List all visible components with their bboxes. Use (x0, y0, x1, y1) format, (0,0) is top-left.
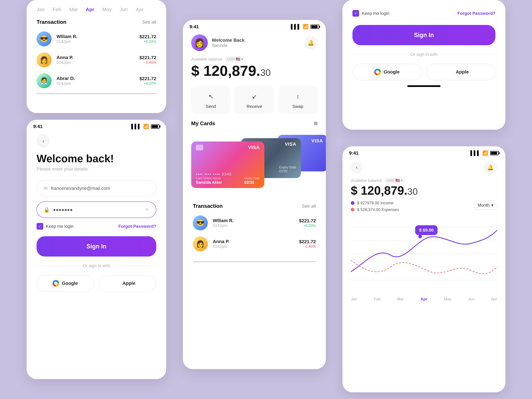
chart-header: ‹ 🔔 (342, 158, 505, 174)
remember-text: Keep me login (362, 11, 389, 16)
remember-me-label[interactable]: ✓ Keep me login (352, 10, 389, 17)
apple-button[interactable]: Apple (426, 64, 495, 80)
forgot-password-link[interactable]: Forgot Password? (457, 11, 495, 16)
status-time: 9:41 (190, 24, 199, 29)
google-icon (52, 280, 59, 287)
income-dot (351, 201, 355, 205)
month-jun[interactable]: Jun (468, 297, 475, 301)
see-all-link[interactable]: See all (142, 19, 156, 25)
month-feb[interactable]: Feb (374, 297, 380, 301)
signal-icon: ▌▌▌ (470, 151, 480, 156)
divider-line-left (352, 54, 407, 55)
tx-amount: $221.72 (299, 218, 316, 223)
greeting-text: Welcome Back (212, 38, 245, 43)
status-icons: ▌▌▌ 📶 (131, 124, 160, 129)
avatar: 🧑‍💼 (37, 73, 51, 88)
forgot-password-link[interactable]: Forgot Password? (118, 224, 156, 229)
month-navigation[interactable]: Jan Feb Mar Apr May Jun Apr (27, 0, 166, 16)
balance-label: Available balance USD 🇺🇸 ▾ (191, 56, 317, 62)
balance-amount: $ 120,879.30 (191, 62, 317, 79)
send-icon: ↖ (206, 92, 216, 101)
month-jan[interactable]: Jan (351, 297, 357, 301)
bell-icon: 🔔 (308, 40, 314, 46)
signal-icon: ▌▌▌ (131, 124, 141, 129)
table-row[interactable]: 👩 Anna P. 0142pm $221.72 - 0.40% (27, 49, 166, 70)
table-row[interactable]: 😎 Wlliam R. 0142pm $221.72 +0.20% (27, 28, 166, 49)
notification-button[interactable]: 🔔 (484, 161, 497, 174)
email-field[interactable]: ✉ francenevandyne@mail.com (37, 180, 156, 196)
sign-in-button[interactable]: Sign In (352, 25, 495, 45)
month-apr-active[interactable]: Apr (420, 297, 427, 301)
table-row[interactable]: 👩 Anna P. 0142pm $221.72 - 0.40% (183, 234, 326, 254)
see-all-link[interactable]: See all (302, 203, 316, 209)
card-1[interactable]: VISA •••• •••• •••• 2345 Card Holder Nam… (191, 141, 264, 188)
avatar: 😎 (193, 215, 208, 230)
checkbox-checked[interactable]: ✓ (352, 10, 359, 17)
welcome-subtitle: Please enter your details. (27, 165, 166, 180)
currency-selector[interactable]: USD 🇺🇸 ▾ (224, 56, 246, 62)
tx-amount: $221.72 (299, 239, 316, 244)
or-divider: Or sign in with (342, 52, 505, 57)
currency-text: USD (227, 57, 235, 61)
balance-label: Available balance USD 🇺🇸 ▾ (351, 177, 497, 184)
period-selector[interactable]: Month ▾ (474, 201, 497, 210)
password-field[interactable]: 🔒 ●●●●●●● 👁 (37, 202, 156, 218)
back-button[interactable]: ‹ (37, 134, 50, 147)
wifi-icon: 📶 (482, 150, 488, 156)
dashboard-card: 9:41 ▌▌▌ 📶 👩 Welcome Back Sanzida 🔔 Avai… (183, 20, 326, 369)
income-label: $ 827978.00 Income (357, 201, 393, 205)
month-apr2[interactable]: Apr (491, 297, 497, 301)
tx-time: 0142pm (57, 60, 134, 65)
back-button[interactable]: ‹ (351, 161, 363, 173)
card-chip-icon (196, 145, 203, 151)
sign-in-button[interactable]: Sign In (37, 236, 156, 257)
month-jun[interactable]: Jun (120, 7, 128, 12)
wifi-icon: 📶 (303, 24, 309, 29)
google-button[interactable]: Google (352, 64, 421, 80)
google-button[interactable]: Google (37, 275, 94, 291)
currency-selector[interactable]: USD 🇺🇸 ▾ (384, 177, 405, 184)
transaction-header: Transaction See all (27, 16, 166, 28)
status-time: 9:41 (33, 124, 43, 129)
month-apr2[interactable]: Apr (136, 7, 144, 12)
month-mar[interactable]: Mar (69, 7, 78, 12)
expense-label: $ 528,374.00 Expenses (357, 207, 399, 212)
receive-icon: ↙ (250, 92, 259, 101)
swap-button[interactable]: ↕ Swap (278, 86, 317, 114)
notification-button[interactable]: 🔔 (304, 36, 317, 49)
chart-dot (418, 235, 422, 238)
card-expiry-block: Expiry Date 02/30 (244, 177, 260, 185)
chevron-down-icon: ▾ (401, 178, 403, 183)
month-mar[interactable]: Mar (397, 297, 404, 301)
google-label: Google (384, 69, 399, 75)
user-info: 👩 Welcome Back Sanzida (191, 34, 245, 51)
checkbox-checked[interactable]: ✓ (37, 223, 43, 230)
eye-icon[interactable]: 👁 (145, 207, 149, 212)
divider-line-right (441, 54, 495, 55)
chart-balance: Available balance USD 🇺🇸 ▾ $ 120,879.30 (342, 174, 505, 197)
send-button[interactable]: ↖ Send (191, 86, 231, 114)
grid-icon: ⊞ (314, 121, 317, 126)
month-may[interactable]: May (102, 7, 112, 12)
flag-icon: 🇺🇸 (395, 178, 400, 183)
card-expiry-label: Expiry Date (279, 165, 296, 169)
remember-me-label[interactable]: ✓ Keep me login (37, 223, 74, 230)
receive-button[interactable]: ↙ Receive (234, 86, 274, 114)
transaction-header: Transaction See all (183, 200, 326, 212)
month-feb[interactable]: Feb (52, 7, 61, 12)
cards-settings-icon[interactable]: ⊞ (314, 121, 317, 126)
tx-amount: $221.72 (139, 34, 156, 39)
chart-svg (351, 212, 497, 295)
month-jan[interactable]: Jan (37, 7, 44, 12)
table-row[interactable]: 🧑‍💼 Abrar D. 0142pm $221.72 +0.20% (27, 70, 166, 91)
cards-stack: VISA VISA Expiry Date 02/30 345 VISA •••… (191, 132, 317, 195)
apple-button[interactable]: Apple (99, 275, 156, 291)
tx-change: - 0.40% (299, 244, 316, 249)
cards-header: My Cards ⊞ (191, 120, 317, 127)
table-row[interactable]: 😎 Wlliam R. 0142pm $221.72 +0.20% (183, 212, 326, 234)
period-label: Month (478, 203, 490, 208)
top-right-card: ✓ Keep me login Forgot Password? Sign In… (342, 0, 505, 130)
tx-change: - 0.40% (139, 60, 156, 65)
month-apr-active[interactable]: Apr (86, 7, 95, 12)
month-may[interactable]: May (444, 297, 451, 301)
